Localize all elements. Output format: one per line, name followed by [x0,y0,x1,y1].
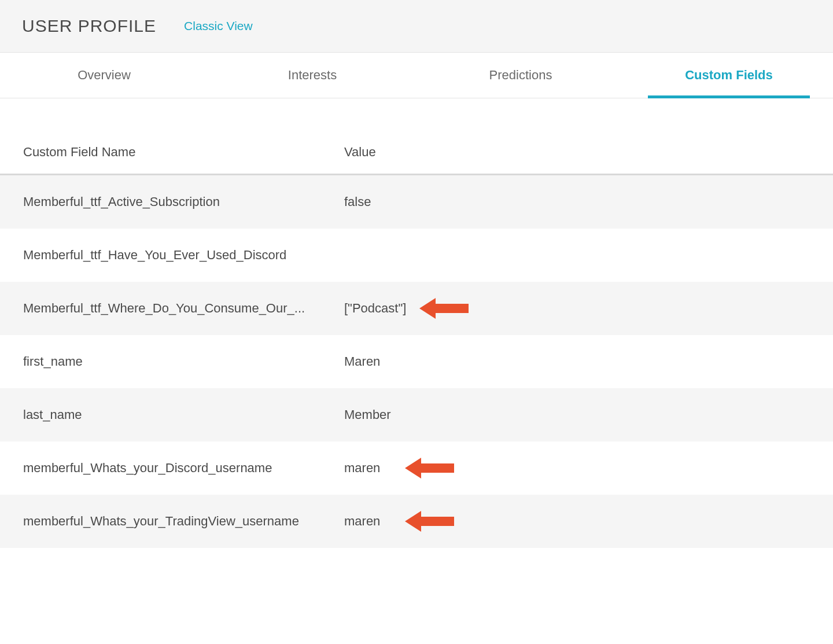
content-area: Custom Field Name Value Memberful_ttf_Ac… [0,98,833,548]
custom-fields-table: Custom Field Name Value Memberful_ttf_Ac… [0,145,833,548]
value-text: ["Podcast"] [344,301,406,316]
cell-field-name: memberful_Whats_your_TradingView_usernam… [23,514,344,529]
arrow-annotation-icon [419,296,469,321]
cell-field-name: first_name [23,354,344,369]
arrow-annotation-icon [405,509,454,534]
tab-interests[interactable]: Interests [208,53,417,98]
classic-view-link[interactable]: Classic View [184,19,253,33]
table-row: Memberful_ttf_Where_Do_You_Consume_Our_.… [0,282,833,335]
table-header: Custom Field Name Value [0,145,833,175]
value-text: false [344,194,371,209]
value-text: Member [344,407,391,422]
page-title: USER PROFILE [22,16,156,36]
table-row: memberful_Whats_your_TradingView_usernam… [0,495,833,548]
cell-field-name: Memberful_ttf_Active_Subscription [23,194,344,209]
page-header: USER PROFILE Classic View [0,0,833,53]
cell-field-name: memberful_Whats_your_Discord_username [23,461,344,476]
cell-field-value: false [344,194,810,209]
cell-field-value: Maren [344,354,810,369]
cell-field-name: Memberful_ttf_Where_Do_You_Consume_Our_.… [23,301,344,316]
tab-overview[interactable]: Overview [0,53,208,98]
cell-field-value: maren [344,461,810,476]
value-text: Maren [344,354,380,369]
value-text: maren [344,461,380,476]
table-row: last_name Member [0,388,833,441]
cell-field-name: Memberful_ttf_Have_You_Ever_Used_Discord [23,248,344,263]
cell-field-value: maren [344,514,810,529]
value-text: maren [344,514,380,529]
table-row: Memberful_ttf_Active_Subscription false [0,175,833,229]
table-row: memberful_Whats_your_Discord_username ma… [0,441,833,495]
column-header-value: Value [344,145,810,160]
tab-predictions[interactable]: Predictions [417,53,625,98]
cell-field-name: last_name [23,407,344,422]
column-header-name: Custom Field Name [23,145,344,160]
table-body: Memberful_ttf_Active_Subscription false … [0,175,833,548]
arrow-annotation-icon [405,455,454,481]
cell-field-value: ["Podcast"] [344,301,810,316]
tab-custom-fields[interactable]: Custom Fields [625,53,833,98]
tabs-container: Overview Interests Predictions Custom Fi… [0,53,833,98]
table-row: first_name Maren [0,335,833,388]
cell-field-value: Member [344,407,810,422]
table-row: Memberful_ttf_Have_You_Ever_Used_Discord [0,229,833,282]
